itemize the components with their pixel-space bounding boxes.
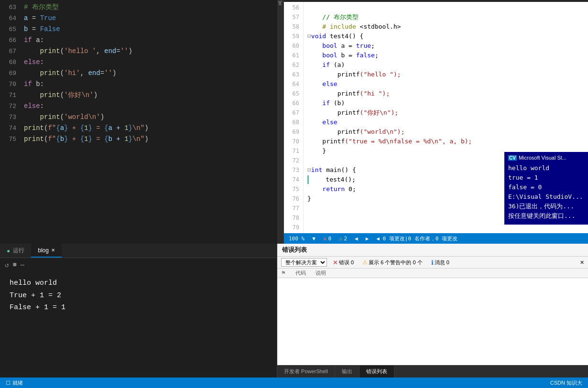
c-line-number: 74 (284, 175, 303, 184)
c-line-number: 66 (284, 98, 303, 108)
c-code-line: bool b = false; (307, 51, 588, 60)
c-code-line: printf("hi "); (307, 89, 588, 98)
c-code-line: printf("你好\n"); (307, 108, 588, 118)
python-line: 65b = False (0, 24, 277, 35)
error-count: 0 (328, 236, 332, 242)
stop-icon[interactable]: ■ (12, 261, 16, 269)
python-line: 74print(f"{a} + {1} = {a + 1}\n") (0, 123, 277, 134)
python-line: 67 print('hello ', end='') (0, 46, 277, 57)
csdn-badge: CSDN 知识大 (550, 379, 582, 387)
python-line: 75print(f"{b} + {1} = {b + 1}\n") (0, 134, 277, 145)
python-line: 63# 布尔类型 (0, 2, 277, 13)
bottom-tabs: 开发者 PowerShell 输出 错误列表 (277, 365, 588, 377)
tab-close-icon[interactable]: ✕ (51, 248, 55, 253)
c-line-number: 76 (284, 194, 303, 204)
c-code-line: # include <stdbool.h> (307, 22, 588, 32)
c-line-number: 62 (284, 60, 303, 70)
c-line-number: 73 (284, 165, 303, 175)
c-line-number: 71 (284, 146, 303, 156)
python-line: 66if a: (0, 35, 277, 46)
warnings-button[interactable]: ⚠ 展示 6 个警告中的 0 个 (359, 259, 425, 267)
c-line-number: 64 (284, 79, 303, 89)
c-code-line: if (b) (307, 98, 588, 108)
python-line: 72else: (0, 101, 277, 112)
c-line-number: 60 (284, 41, 303, 51)
messages-button[interactable]: ℹ 消息 0 (428, 259, 452, 267)
vs-popup-line: true = 1 (508, 173, 584, 183)
c-code-line: else (307, 79, 588, 89)
c-line-number: 79 (284, 223, 303, 232)
error-list-tab[interactable]: 错误列表 (359, 366, 394, 377)
menu-icon[interactable]: ⋯ (21, 261, 24, 269)
c-code-line: printf("world\n"); (307, 127, 588, 137)
c-code-line: ⊟void test4() { (307, 32, 588, 41)
c-line-number: 61 (284, 51, 303, 60)
line-number: 70 (0, 79, 24, 90)
vs-popup-line: 36)已退出，代码为... (508, 202, 584, 211)
vs-popup-line: E:\Visual StudioV... (508, 192, 584, 202)
run-tab[interactable]: ● 运行 (0, 245, 31, 257)
c-line-number: 78 (284, 213, 303, 223)
line-number: 74 (0, 123, 24, 134)
zoom-level: 100 % (289, 236, 305, 242)
c-code-line: bool a = true; (307, 41, 588, 51)
c-code-line (307, 3, 588, 12)
git-info: ◀ 0 项更改|0 名作者，0 项更改 (376, 235, 457, 242)
errors-button[interactable]: ✕ 错误 0 (330, 259, 357, 267)
solution-select[interactable]: 整个解决方案 (281, 258, 327, 267)
c-code-line: else (307, 118, 588, 127)
info-icon: ℹ (431, 259, 434, 266)
powershell-tab[interactable]: 开发者 PowerShell (277, 366, 335, 377)
c-code-line: // 布尔类型 (307, 12, 588, 22)
line-number: 72 (0, 101, 24, 112)
status-bar: ☐ 就绪 CSDN 知识大 (0, 377, 588, 388)
c-line-number: 67 (284, 108, 303, 118)
line-number: 69 (0, 68, 24, 79)
warning-icon: ⚠ (362, 259, 368, 266)
blog-tab[interactable]: blog ✕ (31, 244, 62, 258)
output-tab[interactable]: 输出 (335, 366, 359, 377)
c-line-number: 75 (284, 184, 303, 194)
checkbox-icon: ☐ (6, 380, 11, 386)
line-number: 73 (0, 112, 24, 123)
c-status-bar: 100 % ▼ ✕ 0 ⚠ 2 ◀ ▶ ◀ 0 项更改|0 名作者，0 项更改 (284, 233, 588, 244)
vs-popup-title: CV Microsoft Visual St... (506, 154, 586, 162)
error-list-title: 错误列表 (277, 244, 588, 257)
c-line-number: 70 (284, 137, 303, 146)
c-line-number: 63 (284, 70, 303, 79)
vs-popup-line: 按任意键关闭此窗口... (508, 211, 584, 221)
error-table-body (277, 278, 588, 365)
warning-count: 2 (344, 236, 347, 242)
c-code-line: if (a) (307, 60, 588, 70)
c-line-number: 77 (284, 204, 303, 213)
vs-popup: CV Microsoft Visual St... hello worldtru… (504, 152, 588, 225)
python-line: 71 print('你好\n') (0, 90, 277, 101)
error-list-toolbar: 整个解决方案 ✕ 错误 0 ⚠ 展示 6 个警告中的 0 个 ℹ 消息 0 ✕ (277, 257, 588, 269)
python-line: 70if b: (0, 79, 277, 90)
line-number: 65 (0, 24, 24, 35)
current-line-indicator (307, 175, 309, 184)
line-number: 71 (0, 90, 24, 101)
c-line-number: 56 (284, 3, 303, 12)
c-code-line: printf("hello "); (307, 70, 588, 79)
python-line: 64a = True (0, 13, 277, 24)
c-line-number: 72 (284, 156, 303, 165)
vs-popup-content: hello worldtrue = 1false = 0E:\Visual St… (506, 162, 586, 223)
line-number: 63 (0, 2, 24, 13)
c-line-number: 69 (284, 127, 303, 137)
error-icon: ✕ (333, 259, 338, 266)
python-line: 69 print('hi', end='') (0, 68, 277, 79)
c-line-number: 68 (284, 118, 303, 127)
terminal-output: hello worldTrue + 1 = 2False + 1 = 1 (0, 271, 277, 377)
close-error-panel[interactable]: ✕ (580, 259, 584, 266)
refresh-icon[interactable]: ↺ (5, 261, 9, 269)
line-number: 75 (0, 134, 24, 145)
c-line-number: 59 (284, 32, 303, 41)
run-icon: ● (7, 248, 10, 254)
sidebar-strip: 调试 工具 (277, 0, 284, 244)
c-code-line: printf("true = %d\nfalse = %d\n", a, b); (307, 137, 588, 146)
c-line-number: 58 (284, 22, 303, 32)
line-number: 66 (0, 35, 24, 46)
terminal-line: hello world (10, 277, 267, 290)
python-editor[interactable]: 63# 布尔类型64a = True65b = False66if a:67 p… (0, 0, 277, 244)
